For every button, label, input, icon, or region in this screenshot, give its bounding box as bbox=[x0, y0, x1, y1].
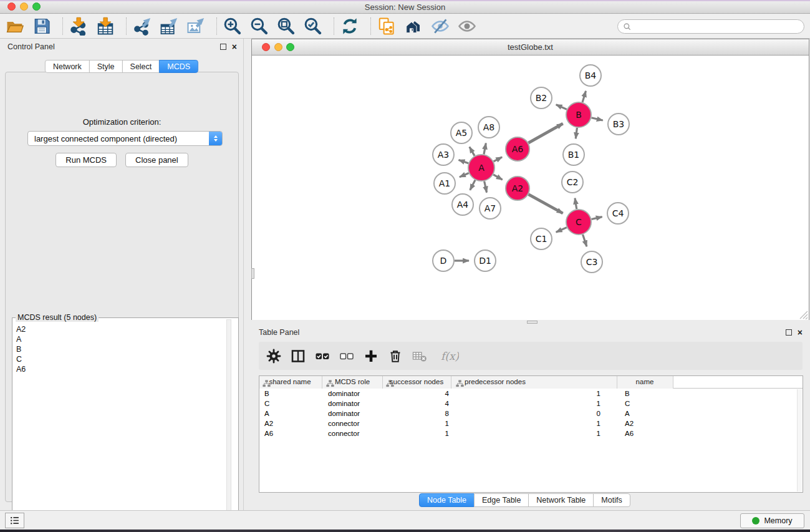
tab-mcds[interactable]: MCDS bbox=[159, 60, 198, 73]
list-icon bbox=[9, 515, 20, 526]
table-row[interactable]: A6connector11A6 bbox=[259, 429, 803, 439]
column-header-shared-name[interactable]: shared name bbox=[269, 378, 311, 385]
mcds-result-item[interactable]: B bbox=[16, 344, 26, 354]
import-table-icon[interactable] bbox=[96, 17, 115, 36]
zoom-fit-icon[interactable] bbox=[277, 17, 296, 36]
function-builder-icon: f(x) bbox=[436, 349, 459, 364]
duplicate-network-icon[interactable] bbox=[377, 17, 396, 36]
tab-motifs[interactable]: Motifs bbox=[593, 493, 630, 507]
column-header-name[interactable]: name bbox=[636, 378, 654, 385]
mcds-result-item[interactable]: A bbox=[16, 334, 26, 344]
column-divider[interactable] bbox=[382, 376, 383, 389]
zoom-out-icon[interactable] bbox=[250, 17, 269, 36]
table-cell: B bbox=[264, 390, 319, 397]
graph-edge-C-C1[interactable] bbox=[556, 228, 567, 233]
graph-edge-A-A7[interactable] bbox=[485, 181, 487, 193]
close-panel-button[interactable]: Close panel bbox=[125, 153, 188, 167]
table-row[interactable]: Cdominator41C bbox=[259, 399, 803, 409]
graph-edge-A2-C[interactable] bbox=[529, 195, 563, 213]
graph-edge-B-B1[interactable] bbox=[576, 128, 577, 138]
table-cell: B bbox=[625, 390, 675, 397]
mcds-result-item[interactable]: A2 bbox=[16, 324, 26, 334]
graph-edge-B-B3[interactable] bbox=[591, 118, 602, 120]
table-bottom-tabs: Node TableEdge TableNetwork TableMotifs bbox=[419, 493, 630, 507]
column-header-MCDS-role[interactable]: MCDS role bbox=[335, 378, 370, 385]
mcds-result-box: MCDS result (5 nodes) A2ABCA6 bbox=[12, 317, 239, 530]
zoom-in-icon[interactable] bbox=[223, 17, 242, 36]
graph-edge-A-A2[interactable] bbox=[493, 175, 503, 180]
tab-select[interactable]: Select bbox=[122, 60, 160, 73]
export-table-icon[interactable] bbox=[160, 17, 178, 36]
task-history-button[interactable] bbox=[5, 513, 24, 528]
tab-style[interactable]: Style bbox=[89, 60, 123, 73]
column-divider[interactable] bbox=[322, 376, 322, 389]
mcds-result-item[interactable]: A6 bbox=[16, 364, 26, 374]
float-panel-icon[interactable] bbox=[220, 44, 226, 50]
refresh-view-icon[interactable] bbox=[340, 17, 359, 36]
zoom-selected-icon[interactable] bbox=[304, 17, 322, 36]
column-header-predecessor-nodes[interactable]: predecessor nodes bbox=[465, 378, 526, 385]
graph-edge-A6-B[interactable] bbox=[528, 123, 562, 143]
table-float-panel-icon[interactable] bbox=[786, 329, 792, 336]
column-header-successor-nodes[interactable]: successor nodes bbox=[390, 378, 443, 385]
graph-edge-C-C4[interactable] bbox=[591, 217, 602, 220]
dropdown-stepper-icon[interactable] bbox=[209, 132, 222, 145]
tab-network-table[interactable]: Network Table bbox=[528, 493, 594, 507]
search-input[interactable] bbox=[632, 22, 804, 31]
network-canvas[interactable]: AA1A2A3A4A5A6A7A8BB1B2B3B4CC1C2C3C4DD1 bbox=[252, 56, 809, 320]
table-row[interactable]: A2connector11A2 bbox=[259, 419, 803, 429]
table-row[interactable]: Bdominator41B bbox=[259, 389, 803, 399]
settings-gear-icon[interactable] bbox=[266, 349, 281, 364]
hide-details-icon[interactable] bbox=[431, 17, 450, 36]
graph-edge-A-A8[interactable] bbox=[484, 143, 486, 155]
export-image-icon[interactable] bbox=[186, 17, 205, 36]
graph-edge-B-B4[interactable] bbox=[582, 91, 586, 102]
graph-edge-A-A3[interactable] bbox=[459, 160, 469, 163]
splitpane-grip-vertical[interactable] bbox=[251, 268, 254, 279]
table-close-panel-icon[interactable]: × bbox=[798, 327, 803, 338]
resize-grip-icon[interactable] bbox=[799, 311, 808, 319]
optimization-criterion-select[interactable]: largest connected component (directed) bbox=[27, 131, 223, 146]
graph-edge-A-A1[interactable] bbox=[460, 173, 469, 177]
tab-edge-table[interactable]: Edge Table bbox=[474, 493, 529, 507]
first-neighbors-icon[interactable] bbox=[404, 17, 423, 36]
graph-node-label: C1 bbox=[536, 234, 547, 244]
graph-edge-A-A4[interactable] bbox=[470, 180, 475, 190]
run-mcds-button[interactable]: Run MCDS bbox=[55, 153, 117, 167]
tab-node-table[interactable]: Node Table bbox=[419, 493, 475, 507]
network-graph: AA1A2A3A4A5A6A7A8BB1B2B3B4CC1C2C3C4DD1 bbox=[252, 56, 809, 320]
table-scrollbar[interactable] bbox=[797, 389, 802, 491]
splitpane-grip-horizontal[interactable] bbox=[527, 321, 538, 324]
graph-edge-A-A5[interactable] bbox=[470, 147, 475, 156]
table-cell: connector bbox=[328, 430, 380, 437]
table-cell: A bbox=[625, 410, 675, 417]
deselect-all-rows-icon[interactable] bbox=[339, 349, 354, 364]
table-panel-header: Table Panel × bbox=[251, 324, 810, 341]
column-visibility-icon[interactable] bbox=[291, 349, 306, 364]
save-session-icon[interactable] bbox=[32, 17, 51, 36]
select-all-rows-icon[interactable] bbox=[315, 349, 330, 364]
table-row[interactable]: Adominator80A bbox=[259, 409, 803, 419]
graph-edge-C-C3[interactable] bbox=[583, 235, 587, 246]
graph-edge-B-B2[interactable] bbox=[556, 105, 567, 110]
column-divider[interactable] bbox=[451, 376, 451, 389]
import-network-icon[interactable] bbox=[69, 17, 88, 36]
add-column-icon[interactable] bbox=[364, 349, 378, 364]
mcds-result-item[interactable]: C bbox=[16, 354, 26, 364]
result-scrollbar[interactable] bbox=[226, 319, 231, 528]
show-details-icon[interactable] bbox=[458, 17, 476, 36]
close-panel-icon[interactable]: × bbox=[232, 41, 237, 52]
graph-edge-C-C2[interactable] bbox=[575, 198, 577, 210]
column-divider[interactable] bbox=[617, 376, 617, 389]
graph-edge-A-A6[interactable] bbox=[494, 157, 503, 162]
network-title: testGlobe.txt bbox=[252, 42, 809, 52]
column-divider[interactable] bbox=[673, 376, 673, 389]
memory-button[interactable]: Memory bbox=[740, 513, 804, 528]
graph-node-label: A6 bbox=[512, 144, 524, 154]
open-session-icon[interactable] bbox=[6, 17, 24, 36]
control-panel-title: Control Panel bbox=[7, 42, 55, 51]
tab-network[interactable]: Network bbox=[45, 60, 90, 73]
delete-column-icon[interactable] bbox=[388, 349, 403, 364]
export-network-icon[interactable] bbox=[133, 17, 152, 36]
table-toolbar: f(x) bbox=[259, 342, 803, 370]
